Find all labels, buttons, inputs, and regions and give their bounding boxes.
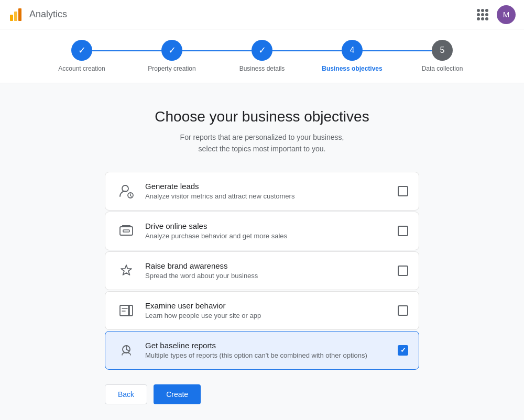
brand-awareness-desc: Spread the word about your business xyxy=(145,272,389,280)
stepper: Account creation Property creation Busin… xyxy=(0,29,524,83)
svg-rect-2 xyxy=(18,8,21,21)
step-circle-objectives: 4 xyxy=(342,40,363,61)
step-label-details: Business details xyxy=(239,65,285,72)
step-label-account: Account creation xyxy=(58,65,105,72)
reports-icon xyxy=(116,340,137,361)
user-behavior-desc: Learn how people use your site or app xyxy=(145,312,389,319)
svg-line-13 xyxy=(126,349,129,351)
step-number-objectives: 4 xyxy=(350,46,355,55)
step-property-creation: Property creation xyxy=(127,40,217,72)
stepper-inner: Account creation Property creation Busin… xyxy=(37,40,487,72)
page-heading: Choose your business objectives xyxy=(155,108,369,125)
back-button[interactable]: Back xyxy=(105,384,147,404)
sales-icon xyxy=(116,220,137,241)
options-list: Generate leads Analyze visitor metrics a… xyxy=(105,172,419,370)
header-right: M xyxy=(477,5,516,24)
checkmark-icon-3 xyxy=(258,45,266,56)
drive-sales-desc: Analyze purchase behavior and get more s… xyxy=(145,232,389,240)
avatar[interactable]: M xyxy=(497,5,516,24)
behavior-icon xyxy=(116,300,137,321)
generate-leads-desc: Analyze visitor metrics and attract new … xyxy=(145,192,389,200)
step-label-data: Data collection xyxy=(422,65,463,72)
option-generate-leads[interactable]: Generate leads Analyze visitor metrics a… xyxy=(105,172,419,211)
drive-sales-title: Drive online sales xyxy=(145,222,389,230)
brand-awareness-text: Raise brand awareness Spread the word ab… xyxy=(145,261,389,280)
create-button[interactable]: Create xyxy=(154,384,201,404)
checkmark-icon xyxy=(78,45,86,56)
svg-rect-1 xyxy=(14,12,17,21)
baseline-reports-checkbox[interactable] xyxy=(398,345,408,356)
svg-rect-5 xyxy=(120,227,133,235)
step-number-data: 5 xyxy=(440,46,445,55)
generate-leads-text: Generate leads Analyze visitor metrics a… xyxy=(145,182,389,200)
brand-awareness-title: Raise brand awareness xyxy=(145,261,389,270)
step-circle-property xyxy=(161,40,182,61)
step-circle-account xyxy=(71,40,92,61)
baseline-reports-text: Get baseline reports Multiple types of r… xyxy=(145,341,389,359)
apps-grid-icon[interactable] xyxy=(477,9,488,20)
step-label-objectives: Business objectives xyxy=(322,65,382,72)
generate-leads-checkbox[interactable] xyxy=(398,186,408,196)
main-content: Choose your business objectives For repo… xyxy=(0,83,524,420)
generate-leads-title: Generate leads xyxy=(145,182,389,191)
drive-sales-checkbox[interactable] xyxy=(398,226,408,236)
app-title: Analytics xyxy=(29,9,67,20)
page-subheading: For reports that are personalized to you… xyxy=(180,131,344,155)
step-business-details: Business details xyxy=(217,40,307,72)
header: Analytics M xyxy=(0,0,524,29)
user-behavior-title: Examine user behavior xyxy=(145,301,389,310)
step-circle-data: 5 xyxy=(432,40,453,61)
analytics-logo-icon xyxy=(8,7,23,22)
option-baseline-reports[interactable]: Get baseline reports Multiple types of r… xyxy=(105,331,419,370)
step-circle-details xyxy=(252,40,272,61)
user-behavior-text: Examine user behavior Learn how people u… xyxy=(145,301,389,319)
option-user-behavior[interactable]: Examine user behavior Learn how people u… xyxy=(105,291,419,330)
brand-awareness-checkbox[interactable] xyxy=(398,266,408,276)
svg-rect-6 xyxy=(123,230,129,232)
baseline-reports-title: Get baseline reports xyxy=(145,341,389,350)
header-left: Analytics xyxy=(8,7,67,22)
drive-sales-text: Drive online sales Analyze purchase beha… xyxy=(145,222,389,240)
baseline-reports-desc: Multiple types of reports (this option c… xyxy=(145,351,389,359)
option-drive-sales[interactable]: Drive online sales Analyze purchase beha… xyxy=(105,212,419,250)
option-brand-awareness[interactable]: Raise brand awareness Spread the word ab… xyxy=(105,251,419,290)
user-behavior-checkbox[interactable] xyxy=(398,305,408,316)
step-label-property: Property creation xyxy=(148,65,195,72)
button-row: Back Create xyxy=(105,384,419,404)
checkmark-icon-2 xyxy=(168,45,176,56)
leads-icon xyxy=(116,181,137,202)
step-data-collection: 5 Data collection xyxy=(397,40,487,72)
svg-rect-0 xyxy=(10,15,13,21)
step-business-objectives: 4 Business objectives xyxy=(307,40,397,72)
step-account-creation: Account creation xyxy=(37,40,127,72)
brand-icon xyxy=(116,260,137,281)
